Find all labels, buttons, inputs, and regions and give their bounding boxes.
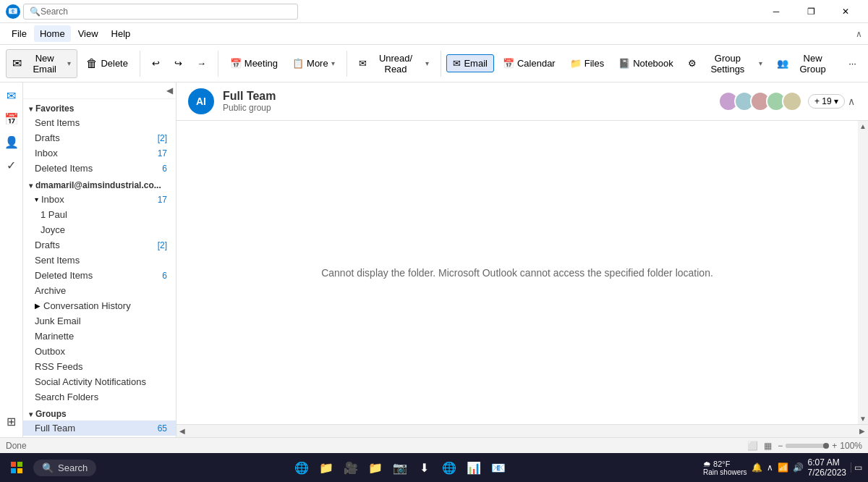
folder-item-archive[interactable]: Archive [23, 283, 176, 298]
zoom-slider-thumb[interactable] [823, 443, 829, 449]
minimize-button[interactable]: ─ [760, 0, 793, 23]
inbox-fav-badge: 17 [158, 148, 170, 158]
files-tab-button[interactable]: 📁 Files [564, 55, 610, 72]
start-button[interactable] [6, 457, 27, 478]
taskbar-overflow[interactable]: ∧ [767, 462, 773, 473]
folder-item-search-folders[interactable]: Search Folders [23, 389, 176, 405]
notification-icon[interactable]: 🔔 [752, 462, 762, 473]
scroll-down-button[interactable]: ▼ [858, 413, 868, 424]
scroll-right-content[interactable]: ▶ [859, 427, 865, 435]
zoom-slider[interactable] [786, 444, 829, 448]
view-normal-icon[interactable]: ⬜ [747, 441, 758, 451]
scroll-left-content[interactable]: ◀ [179, 427, 185, 435]
sent-items-fav-label: Sent Items [35, 117, 170, 128]
folder-item-conversation-history[interactable]: ▶ Conversation History [23, 298, 176, 313]
menu-file[interactable]: File [6, 25, 33, 42]
folder-item-1paul[interactable]: 1 Paul [23, 207, 176, 222]
menu-help[interactable]: Help [106, 25, 137, 42]
sidebar-icon-mail[interactable]: ✉ [1, 85, 22, 106]
taskbar-icon-4[interactable]: 📁 [365, 457, 386, 478]
meeting-label: Meeting [244, 58, 278, 69]
date-display: 7/26/2023 [808, 468, 846, 478]
more-label: More [307, 58, 328, 69]
show-desktop[interactable]: ▭ [851, 462, 862, 473]
folder-item-junk-email[interactable]: Junk Email [23, 313, 176, 329]
view-compact-icon[interactable]: ▦ [764, 441, 772, 451]
undo-button[interactable]: ↩ [146, 55, 166, 72]
folder-item-marinette[interactable]: Marinette [23, 329, 176, 344]
folder-item-sent-items-fav[interactable]: Sent Items [23, 115, 176, 130]
ribbon-collapse-btn[interactable]: ∧ [856, 29, 862, 39]
folder-item-full-team[interactable]: Full Team 65 [23, 420, 176, 436]
weather-display: 🌧 82°F Rain showers [703, 460, 747, 476]
folder-item-drafts-fav[interactable]: Drafts [2] [23, 130, 176, 145]
delete-label: Delete [101, 58, 128, 69]
datetime-display[interactable]: 6:07 AM 7/26/2023 [808, 457, 846, 478]
restore-button[interactable]: ❐ [794, 0, 827, 23]
notebook-tab-label: Notebook [633, 58, 673, 69]
group-header: AI Full Team Public group + 19 ▾ [176, 83, 868, 121]
sidebar-icon-people[interactable]: 👤 [1, 132, 22, 152]
member-more-button[interactable]: + 19 ▾ [808, 94, 845, 109]
zoom-out-button[interactable]: − [778, 441, 783, 451]
forward-nav-button[interactable]: → [191, 55, 212, 72]
more-options-button[interactable]: ··· [843, 55, 862, 72]
taskbar-icon-excel[interactable]: 📊 [464, 457, 484, 478]
group-header-left: AI Full Team Public group [188, 88, 276, 114]
sidebar-icon-tasks[interactable]: ✓ [1, 155, 22, 175]
taskbar-search-box[interactable]: 🔍 Search [33, 460, 96, 476]
folder-item-social-activity[interactable]: Social Activity Notifications [23, 374, 176, 389]
email-tab-button[interactable]: ✉ Email [446, 54, 494, 72]
account-section-header[interactable]: ▾ dmamaril@aimsindustrial.co... [23, 176, 176, 192]
folder-item-inbox-fav[interactable]: Inbox 17 [23, 145, 176, 161]
folder-item-inbox[interactable]: ▾ Inbox 17 [23, 192, 176, 207]
network-icon[interactable]: 📶 [778, 462, 788, 473]
delete-button[interactable]: 🗑 Delete [80, 54, 134, 73]
groups-section-header[interactable]: ▾ Groups [23, 405, 176, 420]
scroll-up-button[interactable]: ▲ [858, 121, 868, 132]
folder-item-deleted-fav[interactable]: Deleted Items 6 [23, 161, 176, 176]
zoom-in-button[interactable]: + [832, 441, 837, 451]
sidebar-icon-calendar[interactable]: 📅 [1, 109, 22, 129]
volume-icon[interactable]: 🔊 [793, 462, 804, 473]
folder-item-drafts[interactable]: Drafts [2] [23, 237, 176, 253]
folder-item-joyce[interactable]: Joyce [23, 222, 176, 237]
favorites-section-header[interactable]: ▾ Favorites [23, 99, 176, 115]
more-button[interactable]: 📋 More ▾ [286, 55, 341, 72]
collapse-content-btn[interactable]: ∧ [848, 96, 856, 107]
calendar-tab-button[interactable]: 📅 Calendar [497, 55, 561, 72]
collapse-panel-button[interactable]: ◀ [166, 85, 173, 96]
menu-home[interactable]: Home [34, 25, 71, 42]
svg-rect-1 [17, 462, 22, 467]
group-settings-icon: ⚙ [688, 58, 697, 69]
sidebar-icon-apps[interactable]: ⊞ [1, 411, 22, 431]
conversation-history-label: Conversation History [43, 300, 170, 311]
folder-item-rss-feeds[interactable]: RSS Feeds [23, 359, 176, 374]
redo-button[interactable]: ↪ [169, 55, 188, 72]
folder-item-sent-items[interactable]: Sent Items [23, 253, 176, 268]
svg-rect-0 [11, 462, 16, 467]
new-email-button[interactable]: ✉ New Email ▾ [6, 49, 77, 78]
taskbar-icon-1[interactable]: 🌐 [292, 457, 312, 478]
taskbar-icon-edge[interactable]: 🌐 [439, 457, 459, 478]
groups-label: Groups [35, 409, 67, 419]
close-button[interactable]: ✕ [829, 0, 862, 23]
taskbar-icon-3[interactable]: 🎥 [341, 457, 361, 478]
group-info: Full Team Public group [223, 90, 276, 113]
taskbar-icon-outlook[interactable]: 📧 [488, 457, 509, 478]
taskbar-icon-2[interactable]: 📁 [316, 457, 336, 478]
unread-read-button[interactable]: ✉ Unread/ Read ▾ [353, 50, 435, 77]
weather-info[interactable]: 🌧 82°F Rain showers [703, 460, 747, 476]
folder-item-deleted-items[interactable]: Deleted Items 6 [23, 268, 176, 283]
group-settings-button[interactable]: ⚙ Group Settings ▾ [682, 50, 768, 77]
email-tab-label: Email [464, 58, 488, 69]
taskbar-icon-6[interactable]: ⬇ [414, 457, 435, 478]
new-group-button[interactable]: 👥 New Group [771, 50, 840, 77]
notebook-tab-button[interactable]: 📓 Notebook [613, 55, 679, 72]
meeting-button[interactable]: 📅 Meeting [224, 55, 284, 72]
title-search-box[interactable]: 🔍 Search [23, 4, 298, 20]
svg-rect-3 [17, 468, 22, 473]
taskbar-icon-5[interactable]: 📷 [390, 457, 410, 478]
folder-item-outbox[interactable]: Outbox [23, 344, 176, 359]
menu-view[interactable]: View [72, 25, 104, 42]
